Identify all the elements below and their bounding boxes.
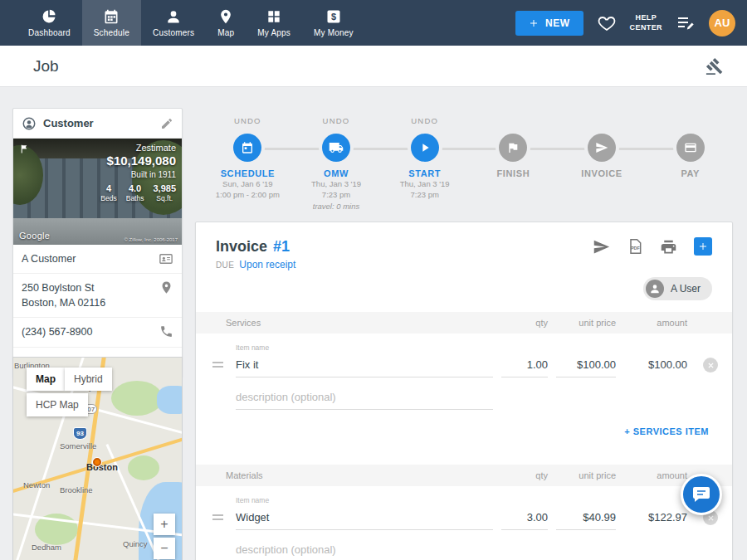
job-location-marker[interactable]: [93, 458, 101, 466]
nav-item-schedule[interactable]: Schedule: [82, 0, 141, 46]
material-unit-price-input[interactable]: [556, 511, 616, 530]
qty-column-header: qty: [535, 318, 548, 328]
due-terms-link[interactable]: Upon receipt: [239, 259, 295, 270]
google-watermark: Google: [19, 231, 50, 241]
pay-step-button[interactable]: [676, 134, 705, 162]
nav-item-dashboard[interactable]: Dashboard: [17, 0, 82, 46]
map-pin-icon: [217, 8, 234, 25]
material-qty-input[interactable]: [501, 511, 548, 530]
timeline-step-schedule: UNDO SCHEDULE Sun, Jan 6 '19 1:00 pm - 2…: [203, 112, 292, 212]
service-qty-input[interactable]: [501, 358, 548, 377]
close-icon: [707, 362, 715, 369]
edit-pencil-icon[interactable]: [160, 117, 173, 130]
page-title: Job: [33, 57, 59, 75]
map-label-town: Quincy: [123, 539, 148, 548]
address-line1: 250 Boylston St: [22, 280, 153, 295]
drag-handle-icon[interactable]: [208, 362, 227, 377]
step-travel-time: travel: 0 mins: [313, 201, 360, 212]
shield-number: 93: [76, 430, 84, 437]
pdf-icon[interactable]: PDF: [627, 238, 643, 255]
amount-column-header: amount: [657, 470, 687, 480]
map-label-boston: Boston: [86, 462, 118, 472]
step-time: 7:23 pm: [322, 189, 350, 200]
undo-schedule-link[interactable]: UNDO: [234, 116, 261, 125]
beds-label: Beds: [100, 194, 116, 202]
svg-text:$: $: [331, 12, 336, 22]
invoice-step-button[interactable]: [588, 134, 616, 162]
chat-fab-button[interactable]: [681, 474, 722, 515]
service-unit-price-input[interactable]: [556, 358, 616, 377]
schedule-step-button[interactable]: [233, 134, 261, 162]
customer-address-row[interactable]: 250 Boylston St Boston, MA 02116: [13, 274, 182, 318]
send-invoice-icon[interactable]: [593, 238, 610, 256]
nav-item-my-apps[interactable]: My Apps: [246, 0, 302, 46]
map-widget[interactable]: Burlington Lynn Somerville Boston Newton…: [12, 357, 183, 560]
hcp-map-button[interactable]: HCP Map: [27, 393, 88, 416]
person-icon: [649, 283, 661, 295]
timeline-step-pay: PAY: [646, 112, 735, 212]
avatar-initials: AU: [715, 17, 730, 29]
contact-card-icon: [159, 251, 173, 266]
invoice-header: Invoice #1 PDF: [196, 222, 732, 256]
service-name-input[interactable]: [236, 358, 493, 377]
customer-card: Customer Zestimate $10,149,080 Built in …: [12, 108, 183, 377]
interstate-93-shield: 93: [73, 427, 87, 440]
schedule-icon: [103, 8, 120, 25]
customer-name-row: A Customer: [13, 245, 182, 274]
material-name-input[interactable]: [236, 511, 493, 530]
map-label-town: Brookline: [60, 485, 93, 494]
nav-item-my-money[interactable]: $ My Money: [302, 0, 365, 46]
add-invoice-item-button[interactable]: [694, 237, 712, 256]
top-navigation-bar: Dashboard Schedule Customers Map My Apps…: [0, 0, 747, 46]
property-photo: Zestimate $10,149,080 Built in 1911 4 Be…: [13, 139, 182, 245]
zoom-out-button[interactable]: −: [154, 538, 175, 559]
user-avatar[interactable]: AU: [709, 10, 735, 37]
material-description-input[interactable]: [236, 543, 493, 560]
referral-heart-icon[interactable]: [597, 13, 617, 33]
start-step-button[interactable]: [411, 134, 439, 162]
invoice-due-row: DUE Upon receipt: [196, 256, 732, 270]
remove-service-item-button[interactable]: [703, 358, 718, 373]
add-services-item-link[interactable]: + SERVICES ITEM: [624, 426, 709, 436]
money-icon: $: [325, 8, 342, 25]
material-description-row: [196, 543, 732, 560]
new-button[interactable]: NEW: [515, 11, 583, 36]
customer-phone-row[interactable]: (234) 567-8900: [13, 318, 182, 347]
zoom-in-button[interactable]: +: [154, 514, 175, 535]
close-icon: [707, 514, 715, 522]
play-icon: [418, 141, 432, 154]
location-pin-icon: [159, 280, 173, 295]
qty-column-header: qty: [535, 470, 548, 480]
step-time: 7:23 pm: [411, 189, 439, 200]
tasks-list-icon[interactable]: [676, 13, 696, 33]
customer-phone: (234) 567-8900: [22, 324, 153, 339]
unit-price-column-header: unit price: [579, 470, 616, 480]
undo-omw-link[interactable]: UNDO: [323, 116, 350, 125]
finish-step-button[interactable]: [499, 134, 527, 162]
omw-step-button[interactable]: [322, 134, 350, 162]
nav-item-map[interactable]: Map: [206, 0, 246, 46]
map-zoom-controls: + −: [154, 514, 175, 559]
material-amount: $122.97: [624, 511, 687, 530]
step-label: SCHEDULE: [221, 168, 275, 178]
nav-item-customers[interactable]: Customers: [141, 0, 206, 46]
beds-value: 4: [100, 183, 116, 193]
sqft-label: Sq.ft.: [153, 194, 176, 202]
credit-card-icon: [684, 141, 697, 154]
print-icon[interactable]: [660, 238, 677, 256]
zillow-attribution: © Zillow, Inc. 2006-2017: [124, 237, 178, 242]
timeline-step-omw: UNDO OMW Thu, Jan 3 '19 7:23 pm travel: …: [292, 112, 381, 212]
help-center-line1: HELP: [630, 13, 662, 23]
assigned-user-chip[interactable]: A User: [643, 277, 712, 300]
customer-name: A Customer: [22, 251, 152, 266]
drag-handle-icon[interactable]: [208, 514, 227, 530]
help-center-button[interactable]: HELP CENTER: [630, 13, 662, 32]
add-service-row: + SERVICES ITEM: [196, 410, 732, 453]
map-type-button-map[interactable]: Map: [27, 368, 65, 391]
service-description-input[interactable]: [236, 391, 493, 410]
undo-start-link[interactable]: UNDO: [411, 116, 438, 125]
step-label: START: [408, 168, 441, 178]
map-type-button-hybrid[interactable]: Hybrid: [65, 368, 112, 391]
job-tools-gavel-icon[interactable]: [706, 57, 724, 75]
plus-icon: [698, 241, 708, 251]
